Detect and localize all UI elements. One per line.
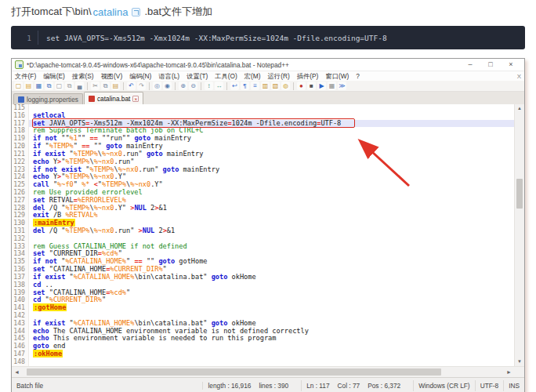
tab-catalina-bat[interactable]: catalina.bat × bbox=[84, 92, 143, 104]
editor-line-147[interactable]: 147:okHome bbox=[12, 350, 514, 358]
word-wrap-icon[interactable]: ↩ bbox=[230, 82, 239, 90]
scroll-left-icon[interactable]: ◄ bbox=[12, 369, 22, 375]
save-all-icon[interactable]: ⧉ bbox=[45, 82, 53, 90]
macro-play-icon[interactable]: ▶ bbox=[317, 82, 326, 90]
status-insert-mode[interactable]: INS bbox=[504, 380, 524, 391]
redo-icon[interactable]: ↷ bbox=[137, 82, 146, 90]
vertical-scrollbar[interactable]: ▲ ▼ bbox=[514, 104, 524, 366]
code-segment: %CATALINA_HOME% bbox=[74, 319, 135, 327]
replace-icon[interactable]: ◉ bbox=[163, 82, 172, 90]
code-segment: exit bbox=[33, 211, 49, 219]
sync-horizontal-icon[interactable]: ↔ bbox=[215, 82, 223, 90]
menu-item[interactable]: 编码(N) bbox=[129, 72, 151, 81]
code-segment: %~nx0 bbox=[94, 204, 114, 212]
code-segment: okHome bbox=[227, 273, 255, 281]
editor-line-145[interactable]: 145echo This environment variable is nee… bbox=[12, 335, 514, 343]
doc-map-icon[interactable]: ▥ bbox=[261, 82, 270, 90]
macro-stop-icon[interactable]: ■ bbox=[307, 82, 316, 90]
editor-line-148[interactable]: 148 bbox=[12, 358, 514, 366]
horizontal-scroll-thumb[interactable] bbox=[27, 368, 441, 376]
menu-item[interactable]: 窗口(W) bbox=[325, 72, 349, 81]
status-lines: lines : 390 bbox=[259, 382, 288, 390]
code-segment: %1 bbox=[70, 134, 78, 142]
status-encoding[interactable]: UTF-8 bbox=[476, 380, 505, 391]
macro-run-multi-icon[interactable]: ≫ bbox=[338, 82, 346, 90]
save-icon[interactable]: ▦ bbox=[34, 82, 43, 90]
open-folder-icon[interactable]: ▤ bbox=[24, 82, 33, 90]
line-code: if exist "%CATALINA_HOME%\bin\catalina.b… bbox=[29, 274, 256, 281]
status-caret-position: Ln : 117Col : 77Pos : 6,372 bbox=[302, 380, 414, 391]
code-segment: " bbox=[74, 142, 81, 150]
editor-area[interactable]: 115116setlocal117set JAVA_OPTS=-Xms512m … bbox=[12, 104, 524, 366]
editor-line-146[interactable]: 146goto end bbox=[12, 343, 514, 350]
sync-vertical-icon[interactable]: ↕ bbox=[205, 82, 213, 90]
print-icon[interactable]: ▄ bbox=[75, 82, 84, 90]
toolbar-separator bbox=[293, 82, 294, 90]
macro-save-icon[interactable]: ▦ bbox=[328, 82, 336, 90]
macro-record-icon[interactable]: ● bbox=[297, 82, 306, 90]
function-list-icon[interactable]: ▧ bbox=[271, 82, 280, 90]
status-col: Col : 77 bbox=[338, 382, 360, 390]
vertical-scroll-thumb[interactable] bbox=[516, 179, 523, 209]
maximize-button[interactable]: □ bbox=[480, 59, 501, 71]
menu-item[interactable]: 语言(L) bbox=[158, 72, 179, 81]
tab-logging-properties[interactable]: logging.properties bbox=[13, 93, 83, 104]
menu-item[interactable]: 插件(P) bbox=[297, 72, 319, 81]
line-code bbox=[29, 358, 33, 366]
code-segment: " bbox=[126, 289, 130, 296]
indent-guide-icon[interactable]: ≡ bbox=[251, 82, 259, 90]
code-segment: %~nx0 bbox=[118, 165, 139, 173]
vertical-scroll-track[interactable] bbox=[515, 113, 524, 358]
menu-item[interactable]: 工具(O) bbox=[215, 72, 237, 81]
zoom-in-icon[interactable]: ⊕ bbox=[179, 82, 187, 90]
menu-item[interactable]: 搜索(S) bbox=[72, 72, 94, 81]
monitor-icon[interactable]: ◍ bbox=[281, 82, 290, 90]
code-segment: %~nx0 bbox=[94, 158, 114, 165]
code-segment: set bbox=[33, 265, 45, 273]
tab-bar: logging.properties catalina.bat × bbox=[12, 92, 524, 104]
tab-close-icon[interactable]: × bbox=[132, 96, 139, 102]
document-close-icon[interactable]: X bbox=[517, 73, 521, 80]
close-all-icon[interactable]: ⧉ bbox=[65, 82, 74, 90]
menu-item[interactable]: ? bbox=[356, 72, 360, 80]
scroll-down-icon[interactable]: ▼ bbox=[517, 358, 522, 366]
copy-icon[interactable]: ⧉ bbox=[101, 82, 110, 90]
menu-item[interactable]: 视图(V) bbox=[101, 72, 123, 81]
window-titlebar[interactable]: *D:\apache-tomcat-9.0.45-windows-x64\apa… bbox=[12, 59, 524, 71]
menu-item[interactable]: 设置(T) bbox=[187, 72, 208, 81]
find-icon[interactable]: ◎ bbox=[153, 82, 161, 90]
editor-line-129[interactable]: 129exit /B %RETVAL% bbox=[12, 212, 514, 220]
code-segment: /Q " bbox=[45, 204, 66, 212]
paste-icon[interactable]: ▤ bbox=[111, 82, 120, 90]
menu-item[interactable]: 文件(F) bbox=[15, 72, 36, 81]
horizontal-scrollbar[interactable]: ◄ ► bbox=[12, 366, 524, 377]
code-segment: NUL bbox=[143, 227, 155, 234]
scroll-up-icon[interactable]: ▲ bbox=[517, 104, 522, 113]
menu-item[interactable]: 编辑(E) bbox=[43, 72, 65, 81]
code-segment: 2 bbox=[154, 227, 162, 234]
new-file-icon[interactable]: ▢ bbox=[14, 82, 23, 90]
cut-icon[interactable]: ✂ bbox=[91, 82, 100, 90]
menu-item[interactable]: 宏(M) bbox=[244, 72, 261, 81]
editor-line-137[interactable]: 137if exist "%CATALINA_HOME%\bin\catalin… bbox=[12, 274, 514, 281]
code-segment: 1024m -Dfile.encoding bbox=[232, 119, 317, 127]
editor-line-140[interactable]: 140cd "%CURRENT_DIR%" bbox=[12, 296, 514, 304]
horizontal-scroll-track[interactable] bbox=[22, 367, 504, 377]
menu-item[interactable]: 运行(R) bbox=[268, 72, 290, 81]
minimize-button[interactable]: – bbox=[460, 59, 480, 71]
undo-icon[interactable]: ↶ bbox=[127, 82, 136, 90]
code-segment: %TEMP% bbox=[74, 150, 98, 158]
toolbar: ▢▤▦⧉▢⧉▄✂⧉▤↶↷◎◉⊕⊖↕↔↩¶≡▥▧◍●■▶▦≫ bbox=[12, 81, 524, 92]
editor-line-131[interactable]: 131del /Q "%TEMP%\%~nx0.run" >NUL 2>&1 bbox=[12, 227, 514, 235]
scroll-right-icon[interactable]: ► bbox=[504, 369, 514, 375]
close-button[interactable]: × bbox=[501, 59, 521, 71]
status-eol-format[interactable]: Windows (CR LF) bbox=[414, 380, 475, 391]
show-all-chars-icon[interactable]: ¶ bbox=[241, 82, 249, 90]
editor-lines[interactable]: 115116setlocal117set JAVA_OPTS=-Xms512m … bbox=[12, 104, 514, 366]
code-segment: cd bbox=[33, 281, 41, 289]
close-doc-icon[interactable]: ▢ bbox=[55, 82, 63, 90]
zoom-out-icon[interactable]: ⊖ bbox=[189, 82, 197, 90]
editor-line-141[interactable]: 141:gotHome bbox=[12, 304, 514, 312]
heading-link-catalina[interactable]: catalina bbox=[93, 6, 129, 18]
editor-line-115[interactable]: 115 bbox=[12, 104, 514, 112]
